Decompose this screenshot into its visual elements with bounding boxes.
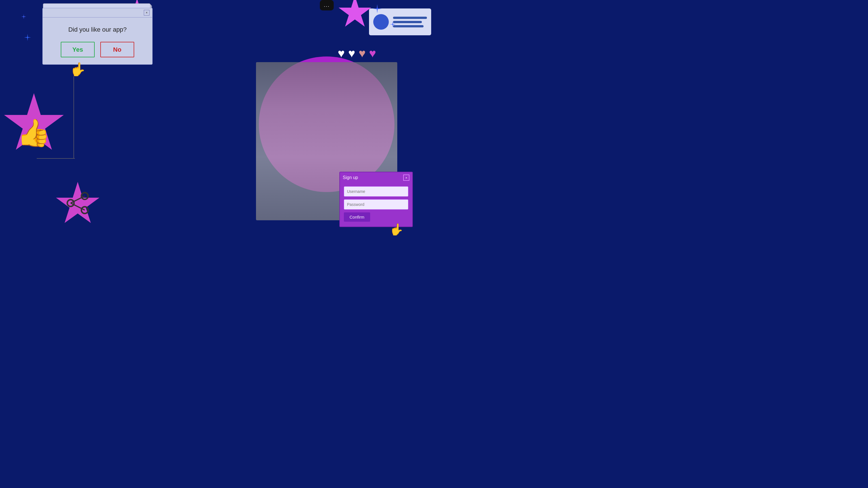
card-avatar [373,14,389,30]
card-lines [393,17,427,27]
heart-3: ♥ [359,46,366,60]
diamond-star-left [24,34,31,41]
signup-dialog: Sign up × Confirm [339,172,413,227]
message-dots: ... [324,2,330,8]
message-bubble: ... [320,0,334,10]
cursor-hand-confirm: 👆 [390,223,403,236]
dialog-body: Did you like our app? Yes No [43,18,152,64]
hearts-container: ♥ ♥ ♥ ♥ [338,46,376,60]
confirm-button[interactable]: Confirm [344,213,370,222]
dialog-buttons: Yes No [51,42,144,57]
thumbs-up-icon: 👍 [17,117,51,149]
yes-button[interactable]: Yes [61,42,95,57]
horizontal-line [37,158,75,159]
signup-titlebar: Sign up × [340,172,412,183]
dialog-question: Did you like our app? [51,26,144,33]
signup-close-button[interactable]: × [403,174,409,181]
heart-2: ♥ [348,46,355,60]
profile-card-decoration [369,8,431,35]
cursor-hand-yes: 👆 [70,62,86,77]
heart-4: ♥ [369,46,376,60]
heart-1: ♥ [338,46,345,60]
password-input[interactable] [344,199,408,209]
main-dialog: × Did you like our app? Yes No [42,8,153,65]
card-line-2 [393,21,422,23]
signup-title: Sign up [343,175,358,180]
signup-body: Confirm [340,183,412,227]
dialog-close-button[interactable]: × [144,10,150,15]
star-pink-topright [338,0,372,30]
card-line-3 [393,25,424,27]
vertical-line [73,76,74,158]
share-icon [64,189,92,217]
dialog-titlebar: × [43,8,152,18]
svg-line-3 [71,196,85,203]
username-input[interactable] [344,186,408,197]
no-button[interactable]: No [100,42,134,57]
svg-line-4 [71,203,85,210]
diamond-star-small [21,14,26,19]
card-line-1 [393,17,427,19]
